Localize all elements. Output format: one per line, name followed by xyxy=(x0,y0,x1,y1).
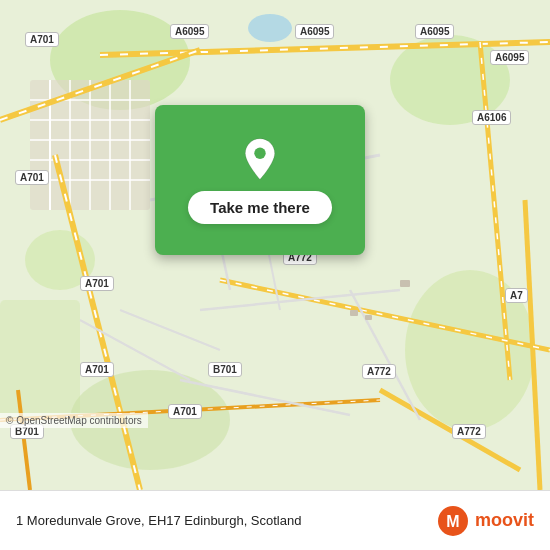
road-label-a701-3: A701 xyxy=(80,276,114,291)
road-label-a6095-1: A6095 xyxy=(170,24,209,39)
road-label-a701-4: A701 xyxy=(80,362,114,377)
road-label-a6095-4: A6095 xyxy=(490,50,529,65)
road-label-b701-1: B701 xyxy=(208,362,242,377)
road-label-a772-2: A772 xyxy=(362,364,396,379)
road-label-a6095-2: A6095 xyxy=(295,24,334,39)
svg-point-41 xyxy=(248,14,292,42)
map-pin-icon xyxy=(238,137,282,181)
road-label-a701-2: A701 xyxy=(15,170,49,185)
moovit-brand-text: moovit xyxy=(475,510,534,531)
road-label-a6095-3: A6095 xyxy=(415,24,454,39)
info-bar: 1 Moredunvale Grove, EH17 Edinburgh, Sco… xyxy=(0,490,550,550)
moovit-logo: M moovit xyxy=(437,505,534,537)
svg-rect-42 xyxy=(350,310,358,316)
road-label-a7: A7 xyxy=(505,288,528,303)
road-label-a701-1: A701 xyxy=(25,32,59,47)
svg-rect-44 xyxy=(400,280,410,287)
svg-text:M: M xyxy=(446,513,459,530)
address-text: 1 Moredunvale Grove, EH17 Edinburgh, Sco… xyxy=(16,513,301,528)
road-label-a701-5: A701 xyxy=(168,404,202,419)
take-me-there-button[interactable]: Take me there xyxy=(188,191,332,224)
svg-rect-5 xyxy=(0,300,80,420)
moovit-icon: M xyxy=(437,505,469,537)
svg-point-45 xyxy=(254,147,265,158)
road-label-a772-3: A772 xyxy=(452,424,486,439)
map-container: A701 A6095 A6095 A6095 A6095 A6106 A7 A7… xyxy=(0,0,550,490)
location-card: Take me there xyxy=(155,105,365,255)
map-attribution: © OpenStreetMap contributors xyxy=(0,413,148,428)
svg-rect-43 xyxy=(365,315,372,320)
road-label-a6106: A6106 xyxy=(472,110,511,125)
